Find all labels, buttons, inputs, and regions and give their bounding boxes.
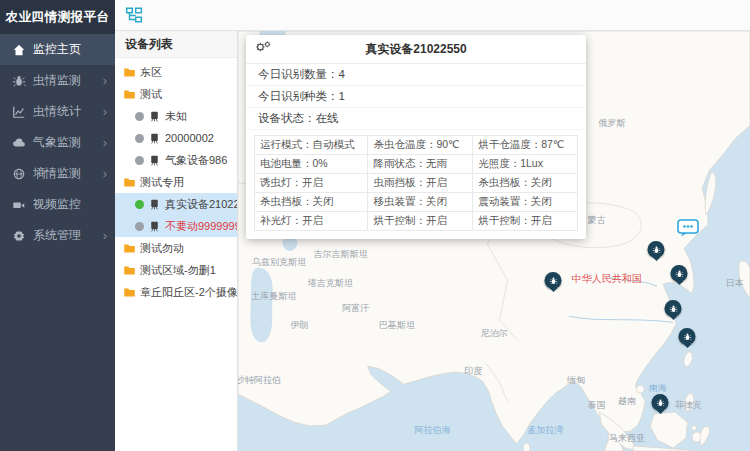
sidebar-item-insect-monitor[interactable]: 虫情监测› <box>0 65 115 96</box>
sidebar-item-weather-monitor[interactable]: 气象监测› <box>0 127 115 158</box>
device-marker-pin <box>545 272 562 289</box>
tree-device-item[interactable]: 真实设备21022550 <box>115 193 237 215</box>
tree-folder-item[interactable]: 测试勿动 <box>115 237 237 259</box>
tree-item-label: 真实设备21022550 <box>165 197 237 212</box>
chevron-right-icon: › <box>103 104 107 119</box>
device-marker-pin <box>671 265 688 282</box>
tree-folder-item[interactable]: 测试专用 <box>115 171 237 193</box>
device-status-table: 运行模式：自动模式杀虫仓温度：90℃烘干仓温度：87℃电池电量：0%降雨状态：无… <box>254 135 578 231</box>
tree-item-label: 测试 <box>140 87 162 102</box>
device-marker-pin <box>679 328 696 345</box>
device-marker-tip <box>683 344 691 352</box>
sidebar-item-label: 视频监控 <box>33 196 81 213</box>
map[interactable]: 俄罗斯蒙古中华人民共和国哈萨克斯坦乌兹别克斯坦吉尔吉斯斯坦塔吉克斯坦土库曼斯坦阿… <box>238 31 750 451</box>
device-marker-pin <box>652 394 669 411</box>
sidebar-menu: 监控主页虫情监测›虫情统计›气象监测›墒情监测›视频监控系统管理› <box>0 34 115 251</box>
device-status-cell: 杀虫挡板：关闭 <box>255 193 368 212</box>
globe-icon <box>12 167 26 181</box>
device-status-row: 杀虫挡板：关闭移虫装置：关闭震动装置：关闭 <box>255 193 578 212</box>
popup-stats: 今日识别数量：4今日识别种类：1设备状态：在线 <box>246 64 586 130</box>
chart-icon <box>12 105 26 119</box>
status-dot-gray <box>135 112 144 121</box>
device-status-cell: 杀虫挡板：关闭 <box>473 174 578 193</box>
device-status-row: 补光灯：开启烘干控制：开启烘干控制：开启 <box>255 212 578 231</box>
home-icon <box>12 43 26 57</box>
device-stat: 今日识别种类：1 <box>246 86 586 108</box>
device-marker-tip <box>675 281 683 289</box>
device-marker-tip <box>669 316 677 324</box>
tree-device-item[interactable]: 20000002 <box>115 127 237 149</box>
device-status-cell: 光照度：1Lux <box>473 155 578 174</box>
device-status-cell: 电池电量：0% <box>255 155 368 174</box>
app-title: 农业四情测报平台 <box>0 0 115 34</box>
sidebar-item-label: 虫情监测 <box>33 72 81 89</box>
main-area: 设备列表 东区测试未知20000002气象设备986测试专用真实设备210225… <box>115 0 750 451</box>
device-status-cell: 运行模式：自动模式 <box>255 136 368 155</box>
sidebar-item-video-monitor[interactable]: 视频监控 <box>0 189 115 220</box>
sidebar-item-label: 气象监测 <box>33 134 81 151</box>
tree-item-label: 气象设备986 <box>165 153 227 168</box>
device-tree: 东区测试未知20000002气象设备986测试专用真实设备21022550不要动… <box>115 58 237 303</box>
device-marker[interactable] <box>665 300 682 324</box>
tree-folder-item[interactable]: 东区 <box>115 61 237 83</box>
settings-gear-icon[interactable] <box>254 40 272 54</box>
tree-device-item[interactable]: 气象设备986 <box>115 149 237 171</box>
tree-folder-item[interactable]: 章丘阳丘区-2个摄像头 <box>115 281 237 303</box>
message-bubble-icon[interactable] <box>677 219 699 237</box>
sidebar-item-home[interactable]: 监控主页 <box>0 34 115 65</box>
sidebar-item-system-manage[interactable]: 系统管理› <box>0 220 115 251</box>
device-marker-pin <box>648 241 665 258</box>
device-marker-pin <box>665 300 682 317</box>
tree-item-label: 20000002 <box>165 132 214 144</box>
status-dot-gray <box>135 134 144 143</box>
device-marker[interactable] <box>652 394 669 418</box>
sidebar-item-insect-stats[interactable]: 虫情统计› <box>0 96 115 127</box>
sidebar: 农业四情测报平台 监控主页虫情监测›虫情统计›气象监测›墒情监测›视频监控系统管… <box>0 0 115 451</box>
tree-item-label: 东区 <box>140 65 162 80</box>
device-status-cell: 移虫装置：关闭 <box>368 193 473 212</box>
device-status-cell: 烘干仓温度：87℃ <box>473 136 578 155</box>
sidebar-item-label: 监控主页 <box>33 41 81 58</box>
device-marker[interactable] <box>671 265 688 289</box>
device-tree-toggle-icon[interactable] <box>125 6 143 24</box>
device-status-row: 运行模式：自动模式杀虫仓温度：90℃烘干仓温度：87℃ <box>255 136 578 155</box>
popup-title: 真实设备21022550 <box>365 42 466 56</box>
gear-icon <box>12 229 26 243</box>
folder-icon <box>123 66 136 79</box>
device-status-cell: 补光灯：开启 <box>255 212 368 231</box>
tree-item-label: 测试勿动 <box>140 241 184 256</box>
device-icon <box>148 132 161 145</box>
chevron-right-icon: › <box>103 73 107 88</box>
device-marker[interactable] <box>648 241 665 265</box>
device-status-cell: 烘干控制：开启 <box>368 212 473 231</box>
device-marker-tip <box>656 410 664 418</box>
chevron-right-icon: › <box>103 166 107 181</box>
folder-icon <box>123 176 136 189</box>
sidebar-item-label: 系统管理 <box>33 227 81 244</box>
tree-item-label: 未知 <box>165 109 187 124</box>
tree-folder-item[interactable]: 测试区域-勿删1 <box>115 259 237 281</box>
chevron-right-icon: › <box>103 135 107 150</box>
tree-device-item[interactable]: 不要动99999999 <box>115 215 237 237</box>
device-icon <box>148 220 161 233</box>
tree-item-label: 测试专用 <box>140 175 184 190</box>
device-status-cell: 烘干控制：开启 <box>473 212 578 231</box>
folder-icon <box>123 88 136 101</box>
sidebar-item-soil-monitor[interactable]: 墒情监测› <box>0 158 115 189</box>
tree-device-item[interactable]: 未知 <box>115 105 237 127</box>
device-status-cell: 诱虫灯：开启 <box>255 174 368 193</box>
device-icon <box>148 198 161 211</box>
device-marker[interactable] <box>679 328 696 352</box>
device-status-cell: 降雨状态：无雨 <box>368 155 473 174</box>
device-stat: 今日识别数量：4 <box>246 64 586 86</box>
device-status-cell: 虫雨挡板：开启 <box>368 174 473 193</box>
device-icon <box>148 110 161 123</box>
tree-item-label: 章丘阳丘区-2个摄像头 <box>140 285 237 300</box>
folder-icon <box>123 264 136 277</box>
tree-item-label: 测试区域-勿删1 <box>140 263 216 278</box>
bug-icon <box>12 74 26 88</box>
sidebar-item-label: 虫情统计 <box>33 103 81 120</box>
tree-folder-item[interactable]: 测试 <box>115 83 237 105</box>
camera-icon <box>12 198 26 212</box>
device-marker[interactable] <box>545 272 562 296</box>
